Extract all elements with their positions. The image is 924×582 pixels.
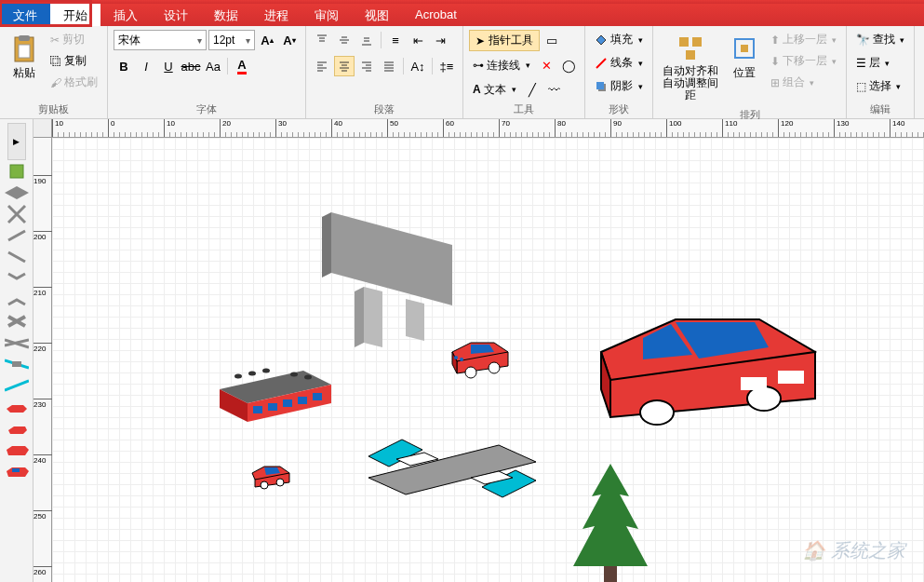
shape-chevron1-icon[interactable] — [3, 268, 31, 289]
bold-button[interactable]: B — [114, 56, 134, 76]
shape-blueline-icon[interactable] — [3, 375, 31, 396]
text-tool-button[interactable]: A文本▾ — [469, 80, 520, 100]
group-font: 宋体 12pt A▴ A▾ B I U abc Aa A 字体 — [108, 26, 306, 118]
ruler-horizontal[interactable]: 100102030405060708090100110120130140 — [52, 119, 924, 138]
shape-line2-icon[interactable] — [3, 247, 31, 267]
tab-acrobat[interactable]: Acrobat — [402, 4, 470, 26]
shrink-font-button[interactable]: A▾ — [279, 30, 300, 50]
align-bottom-button[interactable] — [356, 30, 377, 50]
justify-button[interactable] — [379, 56, 399, 76]
shape-road-icon[interactable] — [3, 183, 31, 203]
strikethrough-button[interactable]: abc — [181, 56, 201, 76]
group-editing: 🔭查找▾ ☰层▾ ⬚选择▾ 编辑 — [847, 26, 915, 118]
svg-rect-53 — [12, 468, 20, 472]
line-tool-button[interactable]: ╱ — [522, 79, 542, 100]
align-right-button[interactable] — [356, 56, 377, 76]
copy-button[interactable]: ⿻复制 — [47, 51, 101, 71]
group-clipboard: 粘贴 ✂剪切 ⿻复制 🖌格式刷 剪贴板 — [0, 26, 108, 118]
pointer-tool-button[interactable]: ➤ 指针工具 — [469, 30, 540, 51]
shape-billboard[interactable] — [313, 203, 471, 352]
shape-car1-icon[interactable] — [3, 397, 31, 417]
shape-car3-icon[interactable] — [3, 440, 31, 460]
brush-icon: 🖌 — [50, 76, 61, 89]
align-left-button[interactable] — [312, 56, 332, 76]
clipboard-group-label: 剪贴板 — [6, 101, 101, 116]
find-button[interactable]: 🔭查找▾ — [852, 30, 908, 49]
ruler-vertical[interactable]: 190200210220230240250260270280 — [33, 138, 52, 582]
expand-shapes-button[interactable]: ▶ — [7, 123, 26, 160]
bring-forward-button: ⬆上移一层▾ — [767, 30, 840, 49]
ellipse-tool-button[interactable]: ◯ — [558, 55, 579, 75]
auto-align-button[interactable]: 自动对齐和自动调整间距 — [659, 30, 722, 106]
freeform-tool-button[interactable]: 〰 — [544, 79, 565, 100]
fill-button[interactable]: 填充▾ — [591, 30, 647, 49]
font-family-combo[interactable]: 宋体 — [114, 30, 207, 50]
shape-car4-icon[interactable] — [3, 461, 31, 481]
svg-point-68 — [248, 372, 256, 376]
position-button[interactable]: 位置 — [726, 30, 763, 85]
shadow-icon — [595, 80, 608, 93]
group-paragraph: ≡ ⇤ ⇥ A↕ ‡≡ 段落 — [306, 26, 463, 118]
paste-button[interactable]: 粘贴 — [6, 30, 43, 85]
shape-car2-icon[interactable] — [3, 418, 31, 439]
bullets-button[interactable]: ≡ — [385, 30, 406, 50]
align-center-button[interactable] — [334, 56, 355, 76]
shadow-button[interactable]: 阴影▾ — [591, 76, 647, 96]
align-middle-button[interactable] — [334, 30, 355, 50]
shape-chevron2-icon[interactable] — [3, 290, 31, 310]
shape-line1-icon[interactable] — [3, 225, 31, 246]
grow-font-button[interactable]: A▴ — [257, 30, 277, 50]
select-button[interactable]: ⬚选择▾ — [852, 76, 904, 96]
rectangle-tool-button[interactable]: ▭ — [542, 31, 562, 51]
tab-insert[interactable]: 插入 — [100, 4, 151, 26]
svg-line-40 — [8, 231, 25, 240]
shape-cross-icon[interactable] — [3, 204, 31, 224]
svg-point-71 — [304, 375, 312, 380]
drawing-page[interactable]: 🏠 系统之家 — [52, 138, 924, 582]
shape-tree[interactable] — [559, 459, 662, 582]
group-tools: ➤ 指针工具 ▭ ⊶连接线▾ ✕ ◯ A文本▾ ╱ 〰 工具 — [463, 26, 585, 118]
auto-align-label: 自动对齐和自动调整间距 — [663, 65, 718, 102]
change-case-button[interactable]: Aa — [203, 56, 223, 76]
ruler-corner — [33, 119, 52, 138]
font-color-button[interactable]: A — [232, 56, 252, 76]
line-button[interactable]: 线条▾ — [591, 53, 647, 73]
group-shape: 填充▾ 线条▾ 阴影▾ 形状 — [585, 26, 653, 118]
svg-marker-54 — [331, 212, 452, 305]
align-top-button[interactable] — [312, 30, 332, 50]
svg-rect-92 — [778, 371, 804, 384]
underline-button[interactable]: U — [158, 56, 179, 76]
shape-large-car[interactable] — [573, 301, 834, 431]
increase-indent-button[interactable]: ⇥ — [430, 30, 450, 50]
tab-process[interactable]: 进程 — [251, 4, 301, 26]
svg-rect-47 — [12, 361, 21, 367]
shape-xroad-icon[interactable] — [3, 311, 31, 332]
tab-data[interactable]: 数据 — [201, 4, 251, 26]
shape-bus[interactable] — [210, 366, 341, 431]
shape-intersection[interactable] — [368, 436, 536, 510]
tab-view[interactable]: 视图 — [352, 4, 402, 26]
shape-tiny-car[interactable] — [248, 459, 294, 492]
connector-tool-button[interactable]: ⊶连接线▾ — [469, 56, 534, 75]
italic-button[interactable]: I — [136, 56, 156, 76]
shape-stencil-button[interactable] — [3, 161, 31, 182]
text-direction-button[interactable]: A↕ — [408, 56, 428, 76]
shape-overpass-icon[interactable] — [3, 354, 31, 374]
font-size-combo[interactable]: 12pt — [208, 30, 255, 50]
line-spacing-button[interactable]: ‡≡ — [436, 56, 457, 76]
svg-line-28 — [596, 59, 606, 68]
svg-rect-64 — [283, 399, 292, 407]
tab-home[interactable]: 开始 — [50, 4, 100, 26]
tab-design[interactable]: 设计 — [151, 4, 201, 26]
svg-point-78 — [454, 356, 458, 359]
decrease-indent-button[interactable]: ⇤ — [408, 30, 428, 50]
tab-review[interactable]: 审阅 — [301, 4, 352, 26]
shape-bridge-icon[interactable] — [3, 332, 31, 353]
shape-small-car-1[interactable] — [443, 333, 517, 380]
svg-point-76 — [465, 367, 476, 378]
shapes-panel: ▶ — [0, 119, 33, 582]
delete-tool-button[interactable]: ✕ — [536, 55, 556, 75]
tab-file[interactable]: 文件 — [0, 4, 50, 26]
svg-marker-57 — [355, 287, 364, 347]
layer-button[interactable]: ☰层▾ — [852, 53, 893, 73]
